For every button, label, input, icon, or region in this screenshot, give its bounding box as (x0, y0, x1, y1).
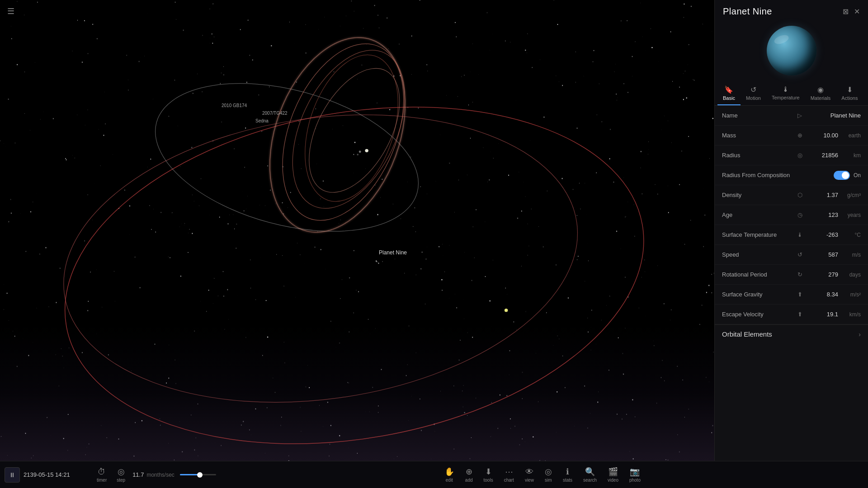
prop-surface-gravity-value[interactable]: 8.34 (805, 291, 838, 298)
tab-bar: 🔖 Basic ↺ Motion 🌡 Temperature ◉ Materia… (715, 82, 868, 106)
planet-thumbnail (715, 21, 868, 82)
toolbar-item-tools[interactable]: ⬇ tools (479, 465, 498, 484)
orbital-paths (0, 0, 714, 461)
prop-surface-gravity-label: Surface Gravity (722, 291, 794, 298)
prop-name: Name ▷ Planet Nine (715, 106, 868, 126)
sim-icon: ◎ (545, 467, 552, 477)
materials-icon: ◉ (817, 85, 824, 94)
timer-label: timer (97, 478, 107, 483)
prop-speed-value[interactable]: 587 (805, 251, 838, 258)
view-label: view (525, 478, 534, 483)
orbital-elements-section[interactable]: Orbital Elements › (715, 324, 868, 343)
panel-header: Planet Nine ⊠ ✕ (715, 0, 868, 21)
tab-materials[interactable]: ◉ Materials (805, 82, 836, 105)
svg-point-5 (270, 33, 428, 226)
rfc-toggle[interactable] (834, 171, 850, 180)
prop-name-icon: ▷ (794, 112, 805, 119)
basic-icon: 🔖 (724, 85, 733, 94)
toolbar-left: ⏸ 2139-05-15 14:21 (5, 467, 87, 483)
hamburger-menu[interactable]: ☰ (7, 6, 14, 16)
toolbar-item-view[interactable]: 👁 view (520, 465, 538, 484)
tab-motion[interactable]: ↺ Motion (741, 82, 766, 105)
prop-surface-gravity-icon: ⬆ (794, 291, 805, 298)
prop-radius: Radius ◎ 21856 km (715, 145, 868, 165)
svg-point-11 (505, 309, 508, 312)
prop-rfc-label: Radius From Composition (722, 172, 794, 178)
tab-temperature[interactable]: 🌡 Temperature (766, 82, 805, 105)
prop-speed-icon: ↺ (794, 251, 805, 258)
prop-age-icon: ◷ (794, 211, 805, 218)
step-label: step (117, 478, 125, 483)
prop-rot-period-label: Rotational Period (722, 271, 794, 278)
planet-sphere (767, 26, 816, 75)
prop-surface-temp: Surface Temperature 🌡 -263 °C (715, 225, 868, 245)
prop-age-label: Age (722, 211, 794, 218)
view-icon: 👁 (525, 467, 533, 477)
prop-rot-period-value[interactable]: 279 (805, 271, 838, 278)
time-display: 2139-05-15 14:21 (24, 471, 87, 478)
tab-materials-label: Materials (811, 95, 831, 101)
prop-age-value[interactable]: 123 (805, 211, 838, 218)
prop-mass: Mass ⊕ 10.00 earth (715, 126, 868, 145)
right-panel: Planet Nine ⊠ ✕ 🔖 Basic ↺ Motion 🌡 Tempe… (714, 0, 868, 461)
toolbar-item-search[interactable]: 🔍 search (579, 465, 601, 484)
orbital-elements-chevron: › (859, 331, 861, 338)
svg-point-9 (359, 150, 361, 153)
toolbar-item-video[interactable]: 🎬 video (603, 465, 623, 484)
toggle-container: On (805, 171, 861, 180)
prop-radius-value[interactable]: 21856 (805, 152, 838, 159)
prop-radius-icon: ◎ (794, 152, 805, 159)
chart-label: chart (504, 478, 514, 483)
toolbar-item-timer[interactable]: ⏱ timer (92, 465, 111, 484)
prop-age: Age ◷ 123 years (715, 205, 868, 225)
close-icon[interactable]: ✕ (854, 7, 860, 16)
toolbar-item-chart[interactable]: ⋯ chart (500, 465, 519, 484)
prop-speed-unit: m/s (838, 252, 861, 258)
prop-escape-vel-value[interactable]: 19.1 (805, 311, 838, 318)
svg-point-6 (288, 43, 415, 213)
toolbar-item-add[interactable]: ⊕ add (461, 465, 477, 484)
pause-button[interactable]: ⏸ (5, 467, 20, 483)
panel-title: Planet Nine (723, 6, 772, 17)
prop-escape-vel-label: Escape Velocity (722, 311, 794, 318)
search-label: search (583, 478, 597, 483)
toolbar-item-sim[interactable]: ◎ sim (540, 465, 557, 484)
prop-surface-temp-value[interactable]: -263 (805, 231, 838, 238)
video-label: video (608, 478, 618, 483)
prop-name-label: Name (722, 112, 794, 119)
toolbar-item-edit[interactable]: ✋ edit (440, 465, 459, 484)
tab-actions[interactable]: ⬇ Actions (836, 82, 863, 105)
prop-rot-period-unit: days (838, 272, 861, 278)
tab-basic[interactable]: 🔖 Basic (717, 82, 741, 105)
prop-escape-velocity: Escape Velocity ⬆ 19.1 km/s (715, 305, 868, 324)
svg-point-1 (45, 84, 596, 434)
prop-name-value[interactable]: Planet Nine (805, 112, 861, 119)
prop-density-unit: g/cm³ (838, 192, 861, 198)
step-icon: ◎ (118, 467, 125, 477)
prop-density: Density ⬡ 1.37 g/cm³ (715, 185, 868, 205)
prop-density-label: Density (722, 192, 794, 198)
prop-density-value[interactable]: 1.37 (805, 192, 838, 198)
toolbar-item-photo[interactable]: 📷 photo (625, 465, 645, 484)
actions-icon: ⬇ (847, 85, 853, 94)
tools-label: tools (484, 478, 493, 483)
prop-surface-temp-icon: 🌡 (794, 231, 805, 238)
prop-radius-unit: km (838, 152, 861, 159)
pause-icon: ⏸ (9, 471, 15, 479)
bookmark-icon[interactable]: ⊠ (843, 7, 849, 16)
svg-point-0 (38, 64, 670, 461)
search-icon: 🔍 (585, 467, 595, 477)
toolbar-item-stats[interactable]: ℹ stats (558, 465, 577, 484)
tab-motion-label: Motion (746, 95, 761, 101)
prop-mass-value[interactable]: 10.00 (805, 132, 838, 139)
rfc-toggle-label: On (854, 172, 861, 178)
prop-escape-vel-unit: km/s (838, 311, 861, 318)
speed-slider[interactable] (180, 474, 216, 475)
prop-surface-temp-label: Surface Temperature (722, 231, 794, 238)
photo-icon: 📷 (630, 467, 640, 477)
toolbar-item-step[interactable]: ◎ step (112, 465, 130, 484)
motion-icon: ↺ (750, 85, 756, 94)
toolbar-items: ✋ edit ⊕ add ⬇ tools ⋯ chart 👁 view ◎ si… (222, 465, 863, 484)
prop-surface-gravity: Surface Gravity ⬆ 8.34 m/s² (715, 285, 868, 305)
prop-surface-gravity-unit: m/s² (838, 291, 861, 298)
